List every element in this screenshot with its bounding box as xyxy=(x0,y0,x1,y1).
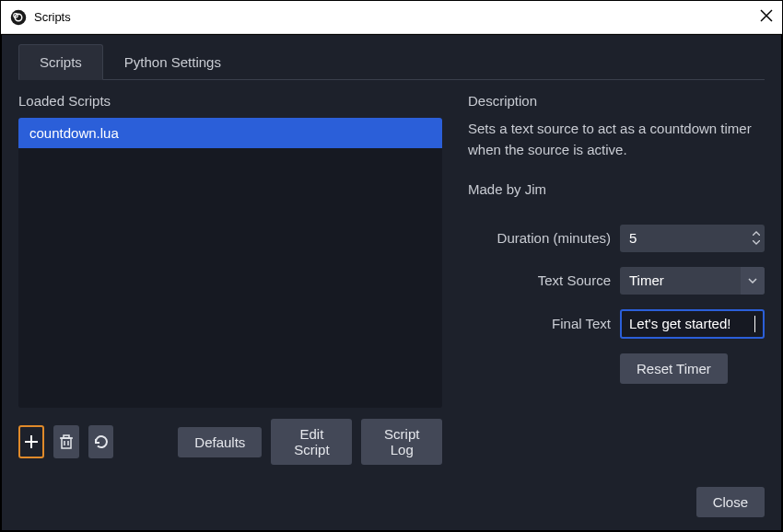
duration-spinner xyxy=(748,225,765,252)
app-icon xyxy=(10,9,27,26)
text-source-value: Timer xyxy=(620,267,741,295)
content-area: Scripts Python Settings Loaded Scripts c… xyxy=(1,34,782,531)
final-text-value: Let's get started! xyxy=(629,316,754,331)
text-source-select[interactable]: Timer xyxy=(620,267,765,295)
remove-script-button[interactable] xyxy=(53,425,78,458)
close-button[interactable]: Close xyxy=(696,487,765,517)
text-cursor xyxy=(754,316,755,332)
refresh-icon xyxy=(93,434,110,450)
description-text: Sets a text source to act as a countdown… xyxy=(468,118,765,161)
tabbar: Scripts Python Settings xyxy=(18,44,765,80)
list-item[interactable]: countdown.lua xyxy=(18,118,442,148)
footer: Close xyxy=(18,487,765,517)
author-text: Made by Jim xyxy=(468,181,765,197)
text-source-row: Text Source Timer xyxy=(468,267,765,295)
chevron-down-icon[interactable] xyxy=(741,267,765,295)
svg-point-0 xyxy=(11,9,27,25)
reset-row: Reset Timer xyxy=(468,353,765,384)
plus-icon xyxy=(23,434,40,450)
close-icon xyxy=(760,9,773,22)
svg-rect-11 xyxy=(64,435,69,438)
left-toolbar: Defaults Edit Script Script Log xyxy=(18,419,442,465)
titlebar: Scripts xyxy=(1,1,782,34)
svg-rect-7 xyxy=(62,438,71,448)
reset-timer-button[interactable]: Reset Timer xyxy=(620,353,728,384)
defaults-button[interactable]: Defaults xyxy=(178,427,262,457)
text-source-label: Text Source xyxy=(468,272,620,288)
tab-python-settings[interactable]: Python Settings xyxy=(103,44,242,79)
reload-script-button[interactable] xyxy=(88,425,113,458)
window-title: Scripts xyxy=(34,10,747,24)
final-text-row: Final Text Let's get started! xyxy=(468,309,765,339)
add-script-button[interactable] xyxy=(18,425,44,458)
final-text-input[interactable]: Let's get started! xyxy=(620,309,765,339)
script-log-button[interactable]: Script Log xyxy=(361,419,442,465)
duration-label: Duration (minutes) xyxy=(468,230,620,246)
duration-value: 5 xyxy=(620,225,748,252)
script-list[interactable]: countdown.lua xyxy=(18,118,442,408)
trash-icon xyxy=(58,434,75,450)
columns: Loaded Scripts countdown.lua Default xyxy=(18,93,765,465)
final-text-label: Final Text xyxy=(468,316,620,331)
right-panel: Description Sets a text source to act as… xyxy=(468,93,765,465)
description-label: Description xyxy=(468,93,765,109)
spin-up-icon[interactable] xyxy=(753,229,760,238)
spin-down-icon[interactable] xyxy=(753,238,760,248)
duration-row: Duration (minutes) 5 xyxy=(468,225,765,252)
scripts-window: Scripts Scripts Python Settings Loaded S… xyxy=(0,0,783,532)
tab-scripts[interactable]: Scripts xyxy=(18,44,103,80)
left-panel: Loaded Scripts countdown.lua Default xyxy=(18,93,442,465)
duration-input[interactable]: 5 xyxy=(620,225,765,252)
edit-script-button[interactable]: Edit Script xyxy=(271,419,352,465)
window-close-button[interactable] xyxy=(747,9,773,26)
loaded-scripts-label: Loaded Scripts xyxy=(18,93,442,109)
